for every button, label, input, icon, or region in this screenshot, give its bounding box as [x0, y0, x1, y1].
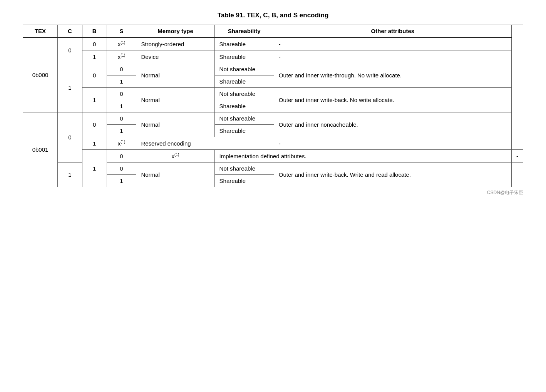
b-cell: 0 — [82, 37, 107, 50]
c-cell: 1 — [58, 63, 82, 112]
c-cell: 0 — [58, 37, 82, 63]
table-row: 10NormalNot shareableOuter and inner wri… — [23, 88, 523, 100]
share-cell: Not shareable — [214, 63, 274, 75]
header-b: B — [82, 25, 107, 38]
watermark: CSDN@电子宋臣 — [23, 189, 523, 196]
mem-cell: Normal — [136, 88, 214, 112]
s-cell: 1 — [107, 100, 136, 112]
table-row: 1x(1)Reserved encoding- — [23, 137, 523, 150]
mem-share-cell: Implementation defined attributes. — [214, 150, 511, 162]
page-wrapper: Table 91. TEX, C, B, and S encoding TEX … — [23, 12, 523, 196]
s-cell: 0 — [107, 63, 136, 75]
other-cell: - — [274, 37, 511, 50]
header-s: S — [107, 25, 136, 38]
s-cell: 0 — [107, 162, 136, 175]
s-cell: x(1) — [136, 150, 214, 162]
s-cell: x(1) — [107, 137, 136, 150]
c-cell: 0 — [58, 112, 82, 162]
other-cell: Outer and inner write-back. No write all… — [274, 88, 511, 112]
table-row: 1x(1)DeviceShareable- — [23, 50, 523, 63]
header-shareability: Shareability — [214, 25, 274, 38]
share-cell: Shareable — [214, 175, 274, 187]
header-row: TEX C B S Memory type Shareability Other… — [23, 25, 523, 38]
other-cell: - — [274, 137, 511, 150]
mem-cell: Normal — [136, 112, 214, 137]
b-cell: 1 — [82, 137, 107, 150]
header-c: C — [58, 25, 82, 38]
share-cell: Shareable — [214, 50, 274, 63]
share-cell: Not shareable — [214, 162, 274, 175]
b-cell: 0 — [107, 150, 136, 162]
tex-cell: 0b001 — [23, 112, 58, 187]
b-cell: 1 — [58, 162, 82, 187]
table-body: 0b00000x(1)Strongly-orderedShareable-1x(… — [23, 37, 523, 187]
s-cell: 1 — [107, 75, 136, 88]
share-cell: Not shareable — [214, 112, 274, 125]
c-cell: 1 — [82, 150, 107, 187]
other-cell: - — [274, 50, 511, 63]
table-row: 0b00000x(1)Strongly-orderedShareable- — [23, 37, 523, 50]
tex-cell: 0b000 — [23, 37, 58, 112]
s-cell: 0 — [107, 88, 136, 100]
mem-cell: Normal — [136, 63, 214, 88]
header-memory-type: Memory type — [136, 25, 214, 38]
other-cell: - — [512, 150, 523, 162]
b-cell: 0 — [82, 63, 107, 88]
mem-cell: Normal — [136, 162, 214, 187]
share-cell: Shareable — [214, 75, 274, 88]
table-title: Table 91. TEX, C, B, and S encoding — [23, 12, 523, 19]
s-cell: 1 — [107, 125, 136, 137]
table-row: 10x(1)Implementation defined attributes.… — [23, 150, 523, 162]
mem-cell: Strongly-ordered — [136, 37, 214, 50]
b-cell: 1 — [82, 88, 107, 112]
mem-cell: Device — [136, 50, 214, 63]
share-cell: Shareable — [214, 125, 274, 137]
b-cell: 1 — [82, 50, 107, 63]
share-cell: Shareable — [214, 37, 274, 50]
header-tex: TEX — [23, 25, 58, 38]
table-row: 0b001000NormalNot shareableOuter and inn… — [23, 112, 523, 125]
other-cell: Outer and inner noncacheable. — [274, 112, 511, 137]
table-row: 100NormalNot shareableOuter and inner wr… — [23, 63, 523, 75]
share-cell: Shareable — [214, 100, 274, 112]
header-other-attributes: Other attributes — [274, 25, 511, 38]
s-cell: 1 — [107, 175, 136, 187]
s-cell: x(1) — [107, 37, 136, 50]
share-cell: Not shareable — [214, 88, 274, 100]
b-cell: 0 — [82, 112, 107, 137]
encoding-table: TEX C B S Memory type Shareability Other… — [23, 25, 523, 187]
other-cell: Outer and inner write-back. Write and re… — [274, 162, 511, 187]
mem-share-cell: Reserved encoding — [136, 137, 274, 150]
other-cell: Outer and inner write-through. No write … — [274, 63, 511, 88]
s-cell: x(1) — [107, 50, 136, 63]
s-cell: 0 — [107, 112, 136, 125]
